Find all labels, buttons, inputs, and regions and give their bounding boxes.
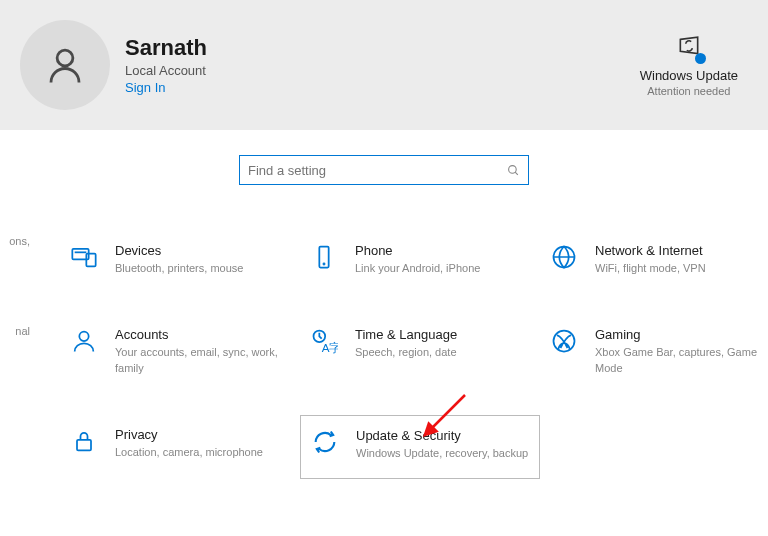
xbox-icon xyxy=(548,327,580,355)
categories-grid: Devices Bluetooth, printers, mouse Phone… xyxy=(0,235,768,479)
attention-dot-icon xyxy=(695,53,706,64)
svg-point-0 xyxy=(57,50,73,66)
category-phone[interactable]: Phone Link your Android, iPhone xyxy=(300,235,540,284)
category-privacy[interactable]: Privacy Location, camera, microphone xyxy=(60,419,300,478)
category-time-language[interactable]: A字 Time & Language Speech, region, date xyxy=(300,319,540,384)
category-sub: Speech, region, date xyxy=(355,345,457,360)
lock-icon xyxy=(68,427,100,455)
category-accounts[interactable]: Accounts Your accounts, email, sync, wor… xyxy=(60,319,300,384)
category-network[interactable]: Network & Internet WiFi, flight mode, VP… xyxy=(540,235,768,284)
sync-icon xyxy=(309,428,341,456)
header-bar: Sarnath Local Account Sign In Windows Up… xyxy=(0,0,768,130)
category-update-security[interactable]: Update & Security Windows Update, recove… xyxy=(300,415,540,478)
category-sub: Location, camera, microphone xyxy=(115,445,263,460)
signin-link[interactable]: Sign In xyxy=(125,80,207,95)
category-title: Network & Internet xyxy=(595,243,706,258)
svg-text:A字: A字 xyxy=(322,341,338,354)
time-language-icon: A字 xyxy=(308,327,340,355)
svg-point-1 xyxy=(509,165,517,173)
phone-icon xyxy=(308,243,340,271)
category-sub: Link your Android, iPhone xyxy=(355,261,480,276)
category-title: Phone xyxy=(355,243,480,258)
svg-point-5 xyxy=(323,263,324,264)
windows-update-tile[interactable]: Windows Update Attention needed xyxy=(640,34,738,97)
category-title: Privacy xyxy=(115,427,263,442)
category-sub: Bluetooth, printers, mouse xyxy=(115,261,243,276)
category-sub: Your accounts, email, sync, work, family xyxy=(115,345,292,376)
person-outline-icon xyxy=(68,327,100,355)
windows-update-sub: Attention needed xyxy=(640,85,738,97)
category-title: Accounts xyxy=(115,327,292,342)
category-sub: WiFi, flight mode, VPN xyxy=(595,261,706,276)
user-block[interactable]: Sarnath Local Account Sign In xyxy=(20,20,207,110)
search-icon xyxy=(507,164,520,177)
search-input[interactable] xyxy=(239,155,529,185)
svg-rect-11 xyxy=(77,440,91,451)
cropped-left-column: ons, nal xyxy=(0,235,30,415)
svg-point-7 xyxy=(79,332,88,341)
category-devices[interactable]: Devices Bluetooth, printers, mouse xyxy=(60,235,300,284)
devices-icon xyxy=(68,243,100,271)
account-type: Local Account xyxy=(125,63,207,78)
person-icon xyxy=(44,44,86,86)
category-gaming[interactable]: Gaming Xbox Game Bar, captures, Game Mod… xyxy=(540,319,768,384)
user-name: Sarnath xyxy=(125,35,207,61)
category-title: Devices xyxy=(115,243,243,258)
category-title: Update & Security xyxy=(356,428,528,443)
category-sub: Windows Update, recovery, backup xyxy=(356,446,528,461)
windows-update-title: Windows Update xyxy=(640,68,738,83)
sync-badge-icon xyxy=(674,34,704,62)
category-title: Gaming xyxy=(595,327,768,342)
avatar xyxy=(20,20,110,110)
category-title: Time & Language xyxy=(355,327,457,342)
category-sub: Xbox Game Bar, captures, Game Mode xyxy=(595,345,768,376)
user-info: Sarnath Local Account Sign In xyxy=(125,35,207,95)
globe-icon xyxy=(548,243,580,271)
search-field[interactable] xyxy=(248,163,507,178)
